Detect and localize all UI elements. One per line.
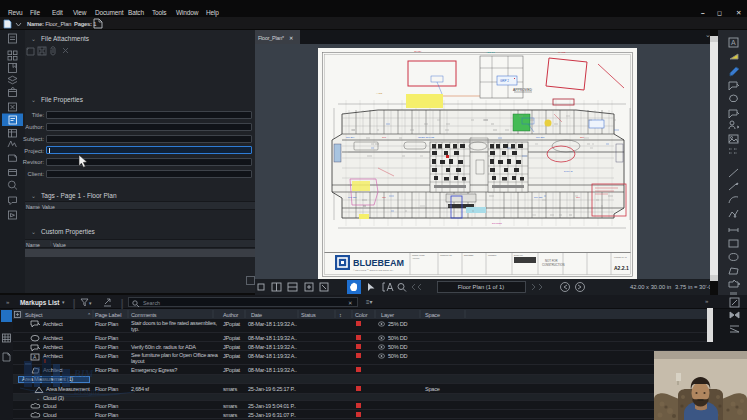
svg-text:OPEN OFFICE: OPEN OFFICE (418, 136, 435, 139)
svg-text:® NO LIMITS ™ SOFTWARE COMPANY: ® NO LIMITS ™ SOFTWARE COMPANY (353, 269, 394, 271)
svg-text:Arch firm: Arch firm (412, 257, 420, 259)
svg-text:A: A (33, 354, 37, 360)
svg-text:A-101: A-101 (376, 92, 383, 95)
svg-text:RM 130: RM 130 (534, 196, 543, 199)
svg-text:▾: ▾ (89, 300, 92, 306)
svg-text:Floor Plan (1 of 1): Floor Plan (1 of 1) (458, 284, 504, 290)
svg-text:CONTRACTOR: CONTRACTOR (412, 254, 425, 256)
svg-text:Drawn MM: Drawn MM (514, 254, 523, 256)
svg-text:RM 204: RM 204 (346, 136, 355, 139)
svg-text:134: 134 (576, 196, 581, 199)
svg-text:A: A (731, 39, 736, 46)
svg-text:118: 118 (382, 196, 386, 199)
svg-text:CONSULTANT: CONSULTANT (440, 254, 453, 256)
svg-text:101: 101 (382, 136, 387, 139)
svg-text:BLUEBEAM: BLUEBEAM (353, 258, 404, 268)
svg-text:12-034: 12-034 (414, 50, 422, 53)
svg-text:CONSTRUCTION: CONSTRUCTION (542, 263, 565, 267)
svg-text:RM 218: RM 218 (536, 136, 545, 139)
svg-text:A2.2.1: A2.2.1 (614, 265, 629, 271)
svg-text:42.00 x 30.00 in: 42.00 x 30.00 in (630, 284, 671, 290)
svg-text:ENGINEER: ENGINEER (464, 254, 474, 256)
svg-text:2,684 sf: 2,684 sf (564, 170, 573, 173)
svg-text:220: 220 (580, 136, 585, 139)
svg-text:PROJECT: PROJECT (488, 254, 497, 256)
svg-text:3.75 in = 30'-0": 3.75 in = 30'-0" (675, 284, 710, 290)
svg-text:EGRESS: EGRESS (492, 222, 502, 225)
svg-text:GRP 2: GRP 2 (500, 79, 509, 83)
svg-text:ADD-21: ADD-21 (486, 51, 495, 54)
svg-text:APPROVED: APPROVED (513, 88, 532, 92)
svg-text:09-812: 09-812 (558, 51, 566, 54)
svg-text:RM 120: RM 120 (348, 196, 357, 199)
svg-text:FLOOR PLAN: FLOOR PLAN (614, 256, 627, 258)
